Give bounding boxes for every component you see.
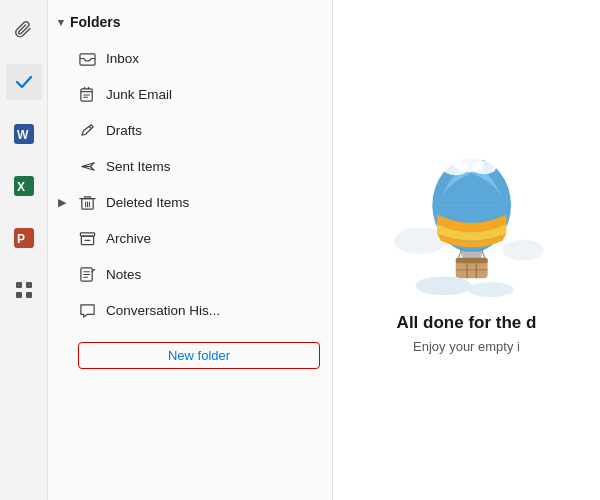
svg-rect-23 [455,257,487,263]
folder-item-notes[interactable]: Notes [48,256,332,292]
word-icon-button[interactable]: W [6,116,42,152]
sent-icon [78,157,96,175]
folder-label-junk-email: Junk Email [106,87,172,102]
paperclip-icon-button[interactable] [6,12,42,48]
conversation-icon [78,301,96,319]
deleted-icon [78,193,96,211]
folder-item-deleted-items[interactable]: ▶ Deleted Items [48,184,332,220]
folder-label-conversation-history: Conversation His... [106,303,220,318]
drafts-icon [78,121,96,139]
folder-item-inbox[interactable]: Inbox [48,40,332,76]
svg-rect-6 [16,282,22,288]
sidebar-panel: ▾ Folders Inbox Junk [48,0,333,500]
folder-label-sent-items: Sent Items [106,159,171,174]
svg-rect-7 [26,282,32,288]
grid-icon-button[interactable] [6,272,42,308]
notes-icon [78,265,96,283]
svg-rect-9 [26,292,32,298]
folder-label-archive: Archive [106,231,151,246]
folder-label-deleted-items: Deleted Items [106,195,189,210]
folder-item-archive[interactable]: Archive [48,220,332,256]
excel-icon-button[interactable]: X [6,168,42,204]
new-folder-button[interactable]: New folder [78,342,320,369]
svg-text:W: W [17,128,29,142]
svg-text:X: X [17,180,25,194]
svg-rect-10 [79,53,94,64]
archive-icon [78,229,96,247]
svg-point-30 [467,282,514,297]
folder-label-drafts: Drafts [106,123,142,138]
junk-icon [78,85,96,103]
folders-chevron-icon: ▾ [58,16,64,29]
svg-text:P: P [17,232,25,246]
folder-item-drafts[interactable]: Drafts [48,112,332,148]
folder-item-junk-email[interactable]: Junk Email [48,76,332,112]
inbox-icon [78,49,96,67]
svg-point-29 [415,276,471,295]
svg-rect-8 [16,292,22,298]
svg-point-17 [502,239,543,260]
folder-label-notes: Notes [106,267,141,282]
folder-item-sent-items[interactable]: Sent Items [48,148,332,184]
powerpoint-icon-button[interactable]: P [6,220,42,256]
deleted-items-expand-arrow: ▶ [58,196,66,209]
balloon-illustration [387,147,547,297]
folders-label: Folders [70,14,121,30]
svg-point-21 [471,161,495,174]
folders-header[interactable]: ▾ Folders [48,0,332,40]
all-done-title: All done for the d [397,313,537,333]
folder-item-conversation-history[interactable]: Conversation His... [48,292,332,328]
icon-rail: W X P [0,0,48,500]
folder-label-inbox: Inbox [106,51,139,66]
all-done-subtitle: Enjoy your empty i [413,339,520,354]
folder-list: Inbox Junk Email Drafts [48,40,332,336]
main-content-area: All done for the d Enjoy your empty i [333,0,600,500]
checkmark-icon-button[interactable] [6,64,42,100]
